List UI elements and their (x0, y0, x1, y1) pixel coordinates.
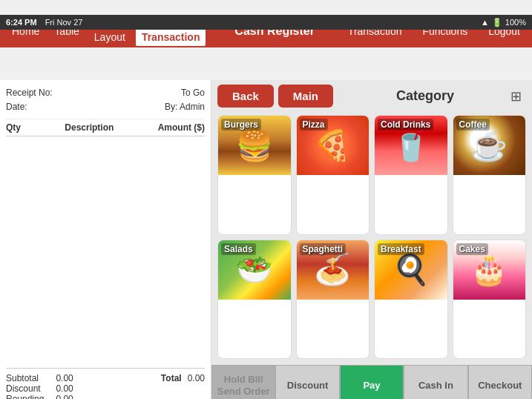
status-date: Fri Nov 27 (45, 18, 83, 27)
receipt-no-label: Receipt No: (6, 86, 53, 100)
right-panel: Back Main Category ⊞ 🍔 Burgers 🍕 Pizza 🥤… (211, 80, 532, 399)
col-amount: Amount ($) (158, 122, 205, 133)
discount-label: Discount (6, 383, 41, 394)
rounding-label: Rounding (6, 394, 44, 399)
rounding-value: 0.00 (56, 394, 73, 399)
cash-in-button[interactable]: Cash In (404, 365, 467, 399)
left-panel: Receipt No: To Go Date: By: Admin Qty De… (0, 80, 211, 399)
category-coffee[interactable]: ☕ Coffee (453, 115, 527, 235)
burger-label: Burgers (221, 119, 261, 131)
col-qty: Qty (6, 122, 21, 133)
wifi-icon: ▲ (481, 18, 489, 27)
category-cold-drinks[interactable]: 🥤 Cold Drinks (374, 115, 448, 235)
total-value: 0.00 (188, 373, 205, 383)
pizza-label: Pizza (300, 119, 328, 131)
status-bar: 6:24 PM Fri Nov 27 ▲ 🔋 100% (0, 15, 532, 30)
subtotal-value: 0.00 (56, 373, 73, 383)
category-salads[interactable]: 🥗 Salads (217, 240, 292, 360)
discount-value: 0.00 (56, 383, 73, 394)
subtotal-label: Subtotal (6, 373, 39, 383)
coffee-label: Coffee (456, 119, 490, 131)
hold-bill-button[interactable]: Hold BillSend Order (211, 365, 275, 399)
category-breakfast[interactable]: 🍳 Breakfast (374, 240, 448, 360)
category-header: Back Main Category ⊞ (211, 80, 532, 112)
grid-icon: ⊞ (505, 86, 526, 107)
rounding-row: Rounding 0.00 (6, 394, 73, 399)
col-description: Description (65, 122, 114, 133)
category-title: Category (345, 88, 505, 104)
salads-label: Salads (221, 243, 256, 255)
cold-drinks-label: Cold Drinks (378, 119, 433, 131)
category-grid: 🍔 Burgers 🍕 Pizza 🥤 Cold Drinks ☕ Coffee (211, 112, 532, 365)
back-button[interactable]: Back (217, 85, 274, 108)
category-cakes[interactable]: 🎂 Cakes (453, 240, 527, 360)
to-go-label: To Go (181, 86, 205, 100)
subtotals-left: Subtotal 0.00 Discount 0.00 Rounding 0.0… (6, 373, 73, 399)
receipt-info: Receipt No: To Go Date: By: Admin (6, 86, 205, 119)
main-content: Receipt No: To Go Date: By: Admin Qty De… (0, 80, 532, 399)
app-wrapper: 6:24 PM Fri Nov 27 ▲ 🔋 100% Home Table T… (0, 15, 532, 399)
category-spaghetti[interactable]: 🍝 Spaghetti (296, 240, 370, 360)
status-time: 6:24 PM (6, 18, 37, 27)
pay-button[interactable]: Pay (340, 365, 404, 399)
category-burgers[interactable]: 🍔 Burgers (217, 115, 292, 235)
main-button[interactable]: Main (278, 85, 333, 108)
receipt-items-list (6, 139, 205, 368)
total-label: Total (161, 373, 182, 383)
discount-row: Discount 0.00 (6, 383, 73, 394)
receipt-column-headers: Qty Description Amount ($) (6, 122, 205, 136)
subtotal-row: Subtotal 0.00 (6, 373, 73, 383)
status-icons: ▲ 🔋 100% (481, 18, 526, 27)
receipt-totals: Subtotal 0.00 Discount 0.00 Rounding 0.0… (6, 368, 205, 399)
category-pizza[interactable]: 🍕 Pizza (296, 115, 370, 235)
status-bar-left: 6:24 PM Fri Nov 27 (6, 18, 82, 27)
breakfast-label: Breakfast (378, 243, 424, 255)
total-right: Total 0.00 (161, 373, 205, 399)
bottom-action-buttons: Hold BillSend Order Discount Pay Cash In… (211, 365, 532, 399)
battery-percent: 100% (505, 18, 526, 27)
battery-icon: 🔋 (492, 18, 502, 27)
by-admin-label: By: Admin (165, 100, 205, 114)
date-label: Date: (6, 100, 27, 114)
discount-button[interactable]: Discount (275, 365, 339, 399)
checkout-button[interactable]: Checkout (468, 365, 532, 399)
cakes-label: Cakes (456, 243, 488, 255)
spaghetti-label: Spaghetti (300, 243, 347, 255)
